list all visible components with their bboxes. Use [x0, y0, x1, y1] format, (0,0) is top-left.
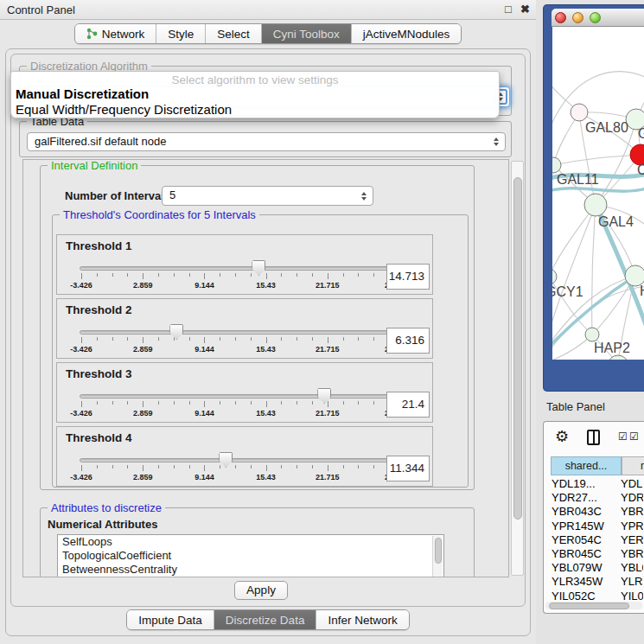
number-of-intervals-select[interactable]: 5 — [162, 186, 373, 206]
node-label: GAL4 — [598, 214, 634, 229]
control-panel-titlebar: Control Panel □ ✖ — [0, 0, 536, 20]
dropdown-item-manual-discretization[interactable]: Manual Discretization — [16, 86, 149, 101]
slider-ticks — [81, 401, 389, 408]
slider-tick-labels: -3.4262.8599.14415.4321.71528 — [81, 281, 389, 290]
threshold-1-label: Threshold 1 — [66, 239, 132, 252]
network-node-gal80[interactable] — [571, 104, 588, 121]
top-tab-bar: Network Style Select Cyni Toolbox jActiv… — [0, 23, 536, 44]
node-label: GAL80 — [585, 120, 628, 135]
tab-discretize-data[interactable]: Discretize Data — [214, 610, 317, 629]
node-label: C — [637, 163, 644, 177]
network-canvas[interactable]: GAL80GACGAL11GAL4GCY1HHAP2 — [552, 27, 644, 360]
table-row[interactable]: YER054CYER0 — [545, 533, 643, 547]
threshold-3-value-field[interactable]: 21.4 — [386, 392, 430, 418]
threshold-4-value-field[interactable]: 11.344 — [386, 456, 430, 481]
threshold-4-label: Threshold 4 — [66, 431, 132, 444]
threshold-2-label: Threshold 2 — [66, 303, 132, 316]
network-nodes[interactable] — [552, 104, 644, 360]
threshold-group-title: Threshold's Coordinates for 5 Intervals — [60, 208, 259, 221]
threshold-4-panel: Threshold 4 -3.4262.8599.14415.4321.7152… — [56, 426, 433, 487]
attribute-list-item[interactable]: SelfLoops — [58, 535, 443, 549]
slider-ticks — [81, 465, 389, 472]
table-row[interactable]: YBR043CYBR0 — [545, 505, 643, 519]
tab-style[interactable]: Style — [156, 24, 206, 43]
slider-ticks — [81, 273, 389, 280]
network-node-gal4[interactable] — [584, 194, 607, 216]
interval-definition-group: Interval Definition Number of Intervals … — [40, 165, 475, 490]
network-node-gal11[interactable] — [552, 157, 561, 173]
table-row[interactable]: YDR27...YDR2 — [545, 491, 643, 505]
minimize-traffic-light[interactable] — [572, 12, 583, 23]
threshold-2-slider-track[interactable] — [80, 330, 391, 335]
node-label: GAL11 — [557, 172, 599, 187]
node-label: HAP2 — [594, 341, 630, 355]
combo-arrows-icon — [357, 188, 371, 203]
settings-scrollbar[interactable] — [511, 161, 524, 576]
attribute-list-item[interactable]: TopologicalCoefficient — [58, 549, 443, 563]
table-row[interactable]: YDL19...YDL1 — [545, 477, 643, 491]
threshold-coordinates-group: Threshold's Coordinates for 5 Intervals … — [52, 214, 469, 488]
network-icon — [86, 28, 98, 40]
tab-cyni-toolbox[interactable]: Cyni Toolbox — [262, 24, 352, 43]
float-window-icon[interactable]: □ — [505, 3, 512, 16]
split-columns-icon[interactable] — [587, 430, 600, 445]
table-row[interactable]: YBL079WYBL0 — [545, 561, 643, 575]
table-horizontal-scrollbar[interactable] — [545, 602, 642, 609]
table-row[interactable]: YPR145WYPR1 — [545, 520, 643, 533]
column-header-shared[interactable]: shared... — [551, 456, 622, 475]
list-scrollbar[interactable] — [432, 536, 443, 577]
bottom-tab-bar: Impute Data Discretize Data Infer Networ… — [0, 609, 536, 630]
node-label: GA — [638, 126, 644, 141]
zoom-traffic-light[interactable] — [590, 12, 601, 23]
attributes-group-title: Attributes to discretize — [48, 501, 165, 514]
threshold-1-value-field[interactable]: 14.713 — [386, 264, 430, 290]
threshold-3-slider-track[interactable] — [80, 394, 391, 399]
table-rows[interactable]: YDL19...YDL1YDR27...YDR2YBR043CYBR0YPR14… — [545, 477, 643, 601]
scrollbar-thumb[interactable] — [435, 538, 442, 564]
table-panel-window[interactable]: ⚙ ☑ ☑ shared... na YDL19...YDL1YDR27...Y… — [543, 421, 644, 614]
gear-icon[interactable]: ⚙ — [555, 427, 569, 446]
network-window[interactable]: GAL80GACGAL11GAL4GCY1HHAP2 — [543, 4, 644, 392]
close-traffic-light[interactable] — [555, 12, 566, 23]
table-row[interactable]: YLR345WYLR3 — [545, 575, 643, 589]
dropdown-item-equal-width[interactable]: Equal Width/Frequency Discretization — [16, 102, 232, 117]
node-label: GCY1 — [552, 284, 583, 299]
apply-button[interactable]: Apply — [234, 581, 288, 600]
table-row[interactable]: YIL052CYIL0 — [545, 590, 643, 602]
table-row[interactable]: YBR045CYBR0 — [545, 547, 643, 561]
slider-tick-labels: -3.4262.8599.14415.4321.71528 — [81, 409, 389, 418]
tab-infer-network[interactable]: Infer Network — [316, 610, 408, 629]
control-panel: Control Panel □ ✖ Network Style Select C… — [0, 0, 536, 644]
table-toolbar: ⚙ ☑ ☑ — [544, 422, 644, 455]
column-header-name[interactable]: na — [622, 456, 644, 475]
checkbox-icon[interactable]: ☑ — [629, 430, 639, 443]
tab-impute-data[interactable]: Impute Data — [127, 610, 214, 629]
settings-scroll-viewport: Interval Definition Number of Intervals … — [22, 159, 509, 577]
numerical-attributes-list[interactable]: SelfLoopsTopologicalCoefficientBetweenne… — [57, 534, 444, 577]
tab-select[interactable]: Select — [206, 24, 262, 43]
node-label: H — [640, 284, 644, 298]
combo-arrows-icon — [489, 135, 503, 149]
tab-jactivemnodules[interactable]: jActiveMNodules — [352, 24, 462, 43]
close-icon[interactable]: ✖ — [520, 3, 530, 16]
numerical-attributes-label: Numerical Attributes — [48, 518, 157, 531]
algorithm-dropdown-popup: Select algorithm to view settings Manual… — [10, 71, 500, 118]
slider-tick-labels: -3.4262.8599.14415.4321.71528 — [81, 473, 389, 481]
attribute-list-item[interactable]: BetweennessCentrality — [58, 563, 443, 577]
threshold-2-value-field[interactable]: 6.316 — [386, 328, 430, 354]
table-data-select[interactable]: galFiltered.sif default node — [27, 132, 506, 151]
threshold-4-slider-track[interactable] — [80, 458, 391, 462]
threshold-2-panel: Threshold 2 -3.4262.8599.14415.4321.7152… — [56, 298, 433, 359]
threshold-1-slider-track[interactable] — [80, 266, 391, 271]
table-panel-title: Table Panel — [546, 400, 605, 413]
number-of-intervals-label: Number of Intervals — [65, 189, 170, 202]
tab-network[interactable]: Network — [75, 24, 157, 43]
network-node-hap2[interactable] — [585, 328, 599, 341]
threshold-3-label: Threshold 3 — [66, 367, 132, 380]
scrollbar-thumb[interactable] — [513, 177, 522, 520]
network-window-titlebar[interactable] — [552, 9, 644, 27]
threshold-3-panel: Threshold 3 -3.4262.8599.14415.4321.7152… — [56, 362, 433, 423]
scrollbar-thumb[interactable] — [549, 603, 629, 609]
checkbox-icon[interactable]: ☑ — [618, 430, 628, 443]
network-node-gcy1[interactable] — [552, 269, 557, 284]
